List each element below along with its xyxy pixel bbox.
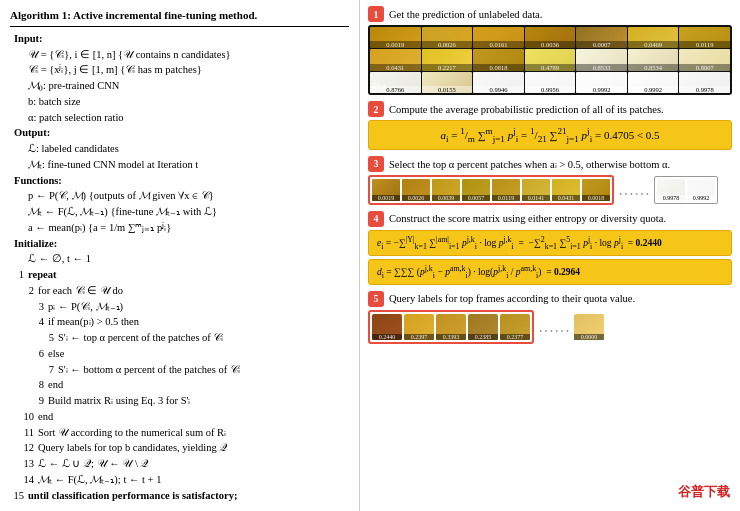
- step-5: 5 Query labels for top frames according …: [368, 291, 732, 344]
- strip-row-3: Blur 0.8766 0.0155 0.9946 0.9956 0.9992 …: [370, 72, 730, 93]
- input-line-4: b: batch size: [10, 94, 349, 110]
- functions-label: Functions:: [10, 173, 349, 189]
- patch-0119: 0.0119: [492, 179, 520, 201]
- patch-0019: 0.0019: [372, 179, 400, 201]
- input-line-1: 𝒰 = {𝒞ᵢ}, i ∈ [1, n] {𝒰 contains n candi…: [10, 47, 349, 63]
- step-4-formula-d: di = ∑∑∑ (pj,ki − pam,ki) · log(pj,ki / …: [368, 259, 732, 285]
- patch-9992: 0.9992: [687, 179, 715, 201]
- patch: 0.0036: [525, 27, 576, 48]
- step-2-number: 2: [368, 101, 384, 117]
- patch-0431: 0.0431: [552, 179, 580, 201]
- dots-separator: ……: [614, 181, 654, 199]
- init-line-1: ℒ ← ∅, t ← 1: [10, 251, 349, 267]
- step-4-formula-e: ei = −∑|Y|k=1 ∑|am|i=1 pj,ki · log pj,ki…: [368, 230, 732, 256]
- algo-step-15: 15until classification performance is sa…: [10, 488, 349, 504]
- step-4-header: 4 Construct the score matrix using eithe…: [368, 211, 732, 227]
- patch: 0.0155: [422, 72, 473, 93]
- algo-step-2: 2for each 𝒞ᵢ ∈ 𝒰 do: [10, 283, 349, 299]
- right-patches: 0.9978 0.9992: [654, 176, 718, 204]
- step-4-text: Construct the score matrix using either …: [389, 213, 666, 224]
- step-2-header: 2 Compute the average probabilistic pred…: [368, 101, 732, 117]
- algo-step-13: 13ℒ ← ℒ ∪ 𝒬; 𝒰 ← 𝒰 \ 𝒬: [10, 456, 349, 472]
- step-1-text: Get the prediction of unlabeled data.: [389, 9, 542, 20]
- patch: 0.4789: [525, 49, 576, 70]
- watermark: 谷普下载: [678, 483, 730, 501]
- input-line-2: 𝒞ᵢ = {xʲᵢ}, j ∈ [1, m] {𝒞ᵢ has m patches…: [10, 62, 349, 78]
- init-label: Initialize:: [10, 236, 349, 252]
- patch: 0.9978: [679, 72, 730, 93]
- frame-4: 0.2385: [468, 314, 498, 340]
- dots-separator-2: ……: [534, 318, 574, 336]
- input-line-5: α: patch selection ratio: [10, 110, 349, 126]
- algo-step-7: 7S'ᵢ ← bottom α percent of the patches o…: [10, 362, 349, 378]
- algorithm-title: Algorithm 1: Active incremental fine-tun…: [10, 8, 349, 27]
- func-line-3: a ← mean(pᵢ) {a = 1/m ∑ᵐⱼ₌₁ pʲᵢ}: [10, 220, 349, 236]
- step-1-number: 1: [368, 6, 384, 22]
- step-3-text: Select the top α percent patches when aᵢ…: [389, 158, 670, 170]
- patch: 0.0019: [370, 27, 421, 48]
- step5-selected-frames: 0.2440 0.2397 0.3393 0.2385 0.2377: [368, 310, 534, 344]
- patch: 0.0469: [628, 27, 679, 48]
- step-2-text: Compute the average probabilistic predic…: [389, 104, 664, 115]
- step-5-header: 5 Query labels for top frames according …: [368, 291, 732, 307]
- patch: 0.8533: [576, 49, 627, 70]
- output-line-2: 𝓜ₜ: fine-tuned CNN model at Iteration t: [10, 157, 349, 173]
- frame-last: 0.0000: [574, 314, 604, 340]
- algo-step-8: 8end: [10, 377, 349, 393]
- algo-step-3: 3pᵢ ← P(𝒞ᵢ, 𝓜ₜ₋₁): [10, 299, 349, 315]
- step-5-text: Query labels for top frames according to…: [389, 293, 635, 304]
- algo-step-4: 4if mean(pᵢ) > 0.5 then: [10, 314, 349, 330]
- func-line-2: 𝓜ₜ ← F(ℒ, 𝓜ₜ₋₁) {fine-tune 𝓜ₜ₋₁ with ℒ}: [10, 204, 349, 220]
- patch-0039: 0.0039: [432, 179, 460, 201]
- patch: 0.0161: [473, 27, 524, 48]
- step-3-number: 3: [368, 156, 384, 172]
- patch-0026: 0.0026: [402, 179, 430, 201]
- algo-step-10: 10end: [10, 409, 349, 425]
- frame-2: 0.2397: [404, 314, 434, 340]
- algo-step-9: 9Build matrix Rᵢ using Eq. 3 for S'ᵢ: [10, 393, 349, 409]
- output-label: Output:: [10, 125, 349, 141]
- step-1: 1 Get the prediction of unlabeled data. …: [368, 6, 732, 95]
- algo-step-1: 1repeat: [10, 267, 349, 283]
- algorithm-steps: 1repeat2for each 𝒞ᵢ ∈ 𝒰 do3pᵢ ← P(𝒞ᵢ, 𝓜ₜ…: [10, 267, 349, 503]
- blur-label: Blur: [372, 82, 386, 91]
- step-4: 4 Construct the score matrix using eithe…: [368, 211, 732, 285]
- patch: 0.8807: [679, 49, 730, 70]
- patch-0141: 0.0141: [522, 179, 550, 201]
- algo-step-14: 14𝓜ₜ ← F(ℒ, 𝓜ₜ₋₁); t ← t + 1: [10, 472, 349, 488]
- step-1-header: 1 Get the prediction of unlabeled data.: [368, 6, 732, 22]
- input-label: Input:: [10, 31, 349, 47]
- step-2-formula: ai = 1/m ∑mj=1 pji = 1/21 ∑21j=1 pji = 0…: [368, 120, 732, 150]
- selected-patches: 0.0019 0.0026 0.0039 0.0057 0.0119 0.014…: [368, 175, 614, 205]
- patch: 0.0007: [576, 27, 627, 48]
- step-5-thumbs: 0.2440 0.2397 0.3393 0.2385 0.2377 …… 0.…: [368, 310, 732, 344]
- steps-panel: 1 Get the prediction of unlabeled data. …: [360, 0, 740, 511]
- output-line-1: ℒ: labeled candidates: [10, 141, 349, 157]
- func-line-1: p ← P(𝒞, 𝓜) {outputs of 𝓜 given ∀x ∈ 𝒞}: [10, 188, 349, 204]
- patch-9978: 0.9978: [657, 179, 685, 201]
- patch: 0.0818: [473, 49, 524, 70]
- algo-step-11: 11Sort 𝒰 according to the numerical sum …: [10, 425, 349, 441]
- patch: 0.2217: [422, 49, 473, 70]
- patch: 0.9992: [628, 72, 679, 93]
- frame-3: 0.3393: [436, 314, 466, 340]
- step-4-number: 4: [368, 211, 384, 227]
- algo-step-5: 5S'ᵢ ← top α percent of the patches of 𝒞…: [10, 330, 349, 346]
- frame-5: 0.2377: [500, 314, 530, 340]
- step-3: 3 Select the top α percent patches when …: [368, 156, 732, 205]
- step-5-number: 5: [368, 291, 384, 307]
- patch: 0.8534: [628, 49, 679, 70]
- step-1-image-strip: 0.0019 0.0026 0.0161 0.0036 0.0007 0.046…: [368, 25, 732, 95]
- patch: 0.9956: [525, 72, 576, 93]
- patch: 0.9946: [473, 72, 524, 93]
- patch-0018: 0.0018: [582, 179, 610, 201]
- patch-0057: 0.0057: [462, 179, 490, 201]
- step-3-patches: 0.0019 0.0026 0.0039 0.0057 0.0119 0.014…: [368, 175, 732, 205]
- patch: 0.9992: [576, 72, 627, 93]
- step-3-header: 3 Select the top α percent patches when …: [368, 156, 732, 172]
- algo-step-12: 12Query labels for top b candidates, yie…: [10, 440, 349, 456]
- strip-row-1: 0.0019 0.0026 0.0161 0.0036 0.0007 0.046…: [370, 27, 730, 48]
- step-2: 2 Compute the average probabilistic pred…: [368, 101, 732, 150]
- strip-row-2: 0.0431 0.2217 0.0818 0.4789 0.8533 0.853…: [370, 49, 730, 70]
- algo-step-6: 6else: [10, 346, 349, 362]
